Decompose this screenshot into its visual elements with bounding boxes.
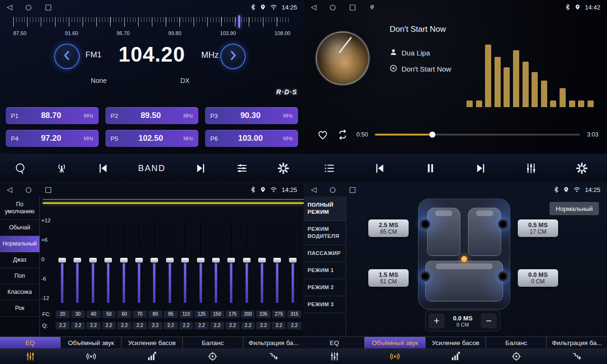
settings-button[interactable] — [277, 162, 289, 174]
eq-band-slider[interactable] — [209, 216, 223, 306]
eq-band-slider[interactable] — [194, 216, 208, 306]
slider-handle[interactable] — [289, 258, 297, 263]
slider-handle[interactable] — [197, 258, 205, 263]
settings-button[interactable] — [576, 162, 588, 174]
eq-band-slider[interactable] — [286, 216, 300, 306]
mode-menu-item[interactable]: РЕЖИМ 3 — [304, 296, 346, 313]
slider-handle[interactable] — [74, 258, 81, 263]
surround-tab-icon[interactable] — [365, 348, 426, 364]
slider-handle[interactable] — [258, 258, 266, 263]
rear-right-delay-chip[interactable]: 0.0 MS 0 CM — [518, 269, 558, 287]
delay-decrease-button[interactable]: − — [481, 313, 497, 328]
eq-band-slider[interactable] — [178, 216, 192, 306]
eq-preset-item[interactable]: Рок — [0, 300, 39, 317]
eq-band-slider[interactable] — [132, 216, 146, 306]
progress-bar[interactable] — [375, 134, 579, 136]
progress-knob[interactable] — [430, 132, 436, 138]
audio-tab[interactable]: Объёмный звук — [364, 337, 425, 348]
slider-handle[interactable] — [243, 258, 251, 263]
eq-band-slider[interactable] — [270, 216, 284, 306]
eq-band-slider[interactable] — [163, 216, 177, 306]
back-icon[interactable]: ◁ — [7, 186, 12, 193]
audio-tab[interactable]: Фильтрация ба... — [546, 337, 607, 348]
eq-preset-item[interactable]: Обычай — [0, 220, 39, 236]
next-track-button[interactable] — [475, 162, 487, 174]
slider-handle[interactable] — [58, 258, 66, 263]
tuner-indicator[interactable] — [238, 15, 240, 28]
recents-icon[interactable]: □ — [349, 186, 356, 193]
preset-button[interactable]: P5 102.50 MHz — [105, 130, 198, 147]
slider-handle[interactable] — [181, 258, 189, 263]
audio-tab[interactable]: Усиление басов — [121, 337, 182, 348]
previous-station-button[interactable] — [97, 162, 109, 174]
home-icon[interactable]: ○ — [26, 186, 32, 193]
tune-up-button[interactable] — [220, 44, 246, 69]
mode-menu-item[interactable]: РЕЖИМ 1 — [304, 262, 346, 279]
mode-menu-item[interactable]: ПОЛНЫЙ РЕЖИМ — [304, 197, 346, 221]
preset-button[interactable]: P3 90.30 MHz — [205, 107, 298, 124]
tune-down-button[interactable] — [54, 44, 80, 69]
audio-tab[interactable]: Баланс — [486, 337, 546, 348]
slider-handle[interactable] — [227, 258, 235, 263]
next-station-button[interactable] — [195, 162, 207, 174]
eq-band-slider[interactable] — [117, 216, 131, 306]
mixer-button[interactable] — [525, 162, 537, 174]
eq-band-slider[interactable] — [101, 216, 115, 306]
eq-band-slider[interactable] — [70, 216, 84, 306]
surround-preset-button[interactable]: Нормальный — [550, 202, 599, 215]
filter-tab-icon[interactable] — [243, 348, 304, 364]
antenna-seek-button[interactable] — [56, 162, 68, 174]
audio-tab[interactable]: Фильтрация ба... — [243, 337, 304, 348]
surround-tab-icon[interactable] — [61, 348, 121, 364]
bass-boost-tab-icon[interactable] — [121, 348, 182, 364]
filter-tab-icon[interactable] — [546, 348, 607, 364]
repeat-icon[interactable] — [336, 128, 349, 141]
mode-menu-item[interactable]: ПАССАЖИР — [304, 245, 346, 262]
balance-tab-icon[interactable] — [486, 348, 547, 364]
slider-handle[interactable] — [212, 258, 220, 263]
front-left-delay-chip[interactable]: 2.5 MS 85 CM — [368, 219, 409, 237]
audio-tab[interactable]: Усиление басов — [425, 337, 486, 348]
eq-preset-item[interactable]: Джаз — [0, 252, 39, 268]
band-button[interactable]: BAND — [138, 164, 166, 173]
bass-boost-tab-icon[interactable] — [425, 348, 486, 364]
audio-settings-button[interactable] — [236, 162, 248, 174]
eq-band-slider[interactable] — [55, 216, 69, 306]
audio-tab[interactable]: EQ — [304, 337, 364, 348]
recents-icon[interactable]: □ — [45, 4, 52, 11]
eq-preset-item[interactable]: Поп — [0, 268, 39, 284]
slider-handle[interactable] — [166, 258, 174, 263]
slider-handle[interactable] — [89, 258, 97, 263]
back-icon[interactable]: ◁ — [311, 4, 317, 11]
listening-position-dot[interactable] — [461, 256, 467, 262]
playlist-button[interactable] — [323, 162, 336, 174]
slider-handle[interactable] — [150, 258, 158, 263]
eq-band-slider[interactable] — [147, 216, 161, 306]
frequency-scale[interactable]: 87.5091.6095.7099.80103.90108.00 — [13, 17, 290, 40]
mode-menu-item[interactable]: РЕЖИМ 2 — [304, 279, 346, 296]
previous-track-button[interactable] — [374, 162, 386, 174]
slider-handle[interactable] — [135, 258, 143, 263]
back-icon[interactable]: ◁ — [7, 4, 12, 11]
eq-band-slider[interactable] — [255, 216, 269, 306]
front-right-delay-chip[interactable]: 0.5 MS 17 CM — [518, 219, 558, 237]
mode-menu-item[interactable]: РЕЖИМ ВОДИТЕЛЯ — [304, 221, 346, 245]
home-icon[interactable]: ○ — [330, 186, 336, 193]
pause-button[interactable] — [424, 162, 437, 174]
eq-preset-item[interactable]: Классика — [0, 284, 39, 300]
favorite-icon[interactable] — [317, 128, 329, 141]
eq-band-slider[interactable] — [224, 216, 238, 306]
slider-handle[interactable] — [120, 258, 128, 263]
scan-button[interactable] — [14, 162, 27, 174]
audio-tab[interactable]: Объёмный звук — [60, 337, 121, 348]
eq-preset-item[interactable]: По умолчанию — [0, 197, 39, 220]
eq-band-slider[interactable] — [86, 216, 100, 306]
eq-band-slider[interactable] — [240, 216, 254, 306]
rear-left-delay-chip[interactable]: 1.5 MS 51 CM — [368, 269, 409, 287]
slider-handle[interactable] — [104, 258, 112, 263]
recents-icon[interactable]: □ — [349, 4, 356, 11]
preset-button[interactable]: P4 97.20 MHz — [6, 130, 99, 147]
balance-tab-icon[interactable] — [182, 348, 243, 364]
back-icon[interactable]: ◁ — [311, 186, 317, 193]
audio-tab[interactable]: Баланс — [182, 337, 243, 348]
